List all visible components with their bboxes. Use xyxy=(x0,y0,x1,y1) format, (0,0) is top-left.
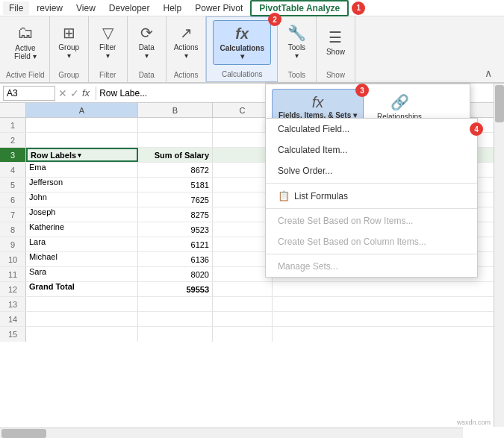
menu-item-list-formulas[interactable]: 📋 List Formulas xyxy=(266,185,477,207)
cell[interactable] xyxy=(213,193,273,207)
cell[interactable] xyxy=(213,327,273,342)
formula-fx-icon[interactable]: fx xyxy=(82,87,90,98)
cell-sara[interactable]: Sara xyxy=(26,267,138,281)
menu-developer[interactable]: Developer xyxy=(103,1,156,15)
calculated-item-label: Calculated Item... xyxy=(278,145,347,155)
cell[interactable] xyxy=(213,163,273,177)
cell[interactable] xyxy=(26,133,138,147)
show-label: Show xyxy=(326,48,345,56)
col-header-a: A xyxy=(26,103,138,117)
show-button[interactable]: ☰ Show xyxy=(323,19,348,64)
cell-joseph-salary[interactable]: 8275 xyxy=(138,207,213,222)
row-num: 4 xyxy=(0,163,26,177)
horizontal-scrollbar[interactable] xyxy=(0,428,463,438)
cell[interactable] xyxy=(26,327,138,342)
table-row: 15 xyxy=(0,327,504,342)
data-button[interactable]: ⟳ Data▾ xyxy=(136,19,158,64)
menu-help[interactable]: Help xyxy=(158,1,188,15)
cell[interactable] xyxy=(213,267,273,281)
cell-john[interactable]: John xyxy=(26,193,138,207)
formula-separator-x: ✕ xyxy=(58,87,67,99)
ribbon-collapse[interactable]: ∧ xyxy=(485,67,492,79)
cell[interactable] xyxy=(138,312,213,326)
cell[interactable] xyxy=(213,312,273,326)
menu-powerpivot[interactable]: Power Pivot xyxy=(189,1,249,15)
menu-item-solve-order[interactable]: Solve Order... xyxy=(266,160,477,181)
row-num: 2 xyxy=(0,133,26,147)
cell[interactable] xyxy=(213,178,273,192)
cell[interactable] xyxy=(213,252,273,266)
cell-jefferson[interactable]: Jefferson xyxy=(26,178,138,192)
solve-order-label: Solve Order... xyxy=(278,166,332,176)
cell-michael-salary[interactable]: 6136 xyxy=(138,252,213,266)
cell[interactable] xyxy=(26,312,138,326)
tools-button[interactable]: 🔧 Tools▾ xyxy=(284,19,309,64)
menu-separator-2 xyxy=(266,208,477,209)
calculations-button[interactable]: fx Calculations▾ xyxy=(213,20,270,65)
menu-item-calculated-item[interactable]: Calculated Item... xyxy=(266,140,477,160)
menu-file[interactable]: File xyxy=(3,1,29,15)
cell-john-salary[interactable]: 7625 xyxy=(138,193,213,207)
cell-ema[interactable]: Ema xyxy=(26,163,138,177)
cell[interactable] xyxy=(26,118,138,132)
watermark: wsxdn.com xyxy=(457,419,491,426)
cell[interactable] xyxy=(138,327,213,342)
name-box[interactable]: A3 xyxy=(3,86,55,101)
calculations-group-label: Calculations xyxy=(222,70,262,78)
actions-label: Actions▾ xyxy=(174,43,199,60)
cell[interactable] xyxy=(138,118,213,132)
data-group-label: Data xyxy=(139,71,155,79)
cell-row-labels[interactable]: Row Labels ▾ xyxy=(26,148,138,162)
actions-button[interactable]: ↗ Actions▾ xyxy=(171,19,202,64)
cell-sara-salary[interactable]: 8020 xyxy=(138,267,213,281)
menu-bar: File review View Developer Help Power Pi… xyxy=(0,0,504,16)
step-badge-3: 3 xyxy=(355,84,369,97)
data-icon: ⟳ xyxy=(140,24,153,42)
cell-michael[interactable]: Michael xyxy=(26,252,138,266)
active-field-button[interactable]: 🗂 ActiveField ▾ xyxy=(10,19,40,64)
row-num: 12 xyxy=(0,282,26,296)
table-row: 13 xyxy=(0,297,504,312)
cell-katherine[interactable]: Katherine xyxy=(26,222,138,237)
menu-view[interactable]: View xyxy=(70,1,102,15)
cell[interactable] xyxy=(26,297,138,311)
scrollbar-thumb-h[interactable] xyxy=(1,429,46,438)
cell-lara[interactable]: Lara xyxy=(26,237,138,251)
row-num: 15 xyxy=(0,327,26,342)
vertical-scrollbar[interactable] xyxy=(494,84,504,427)
filter-label: Filter▾ xyxy=(99,43,116,60)
cell[interactable] xyxy=(213,133,273,147)
ribbon-group-data: ⟳ Data▾ Data xyxy=(128,16,167,82)
group-icon: ⊞ xyxy=(63,24,75,42)
row-num-header xyxy=(0,103,26,117)
cell-jefferson-salary[interactable]: 5181 xyxy=(138,178,213,192)
cell-grand-total[interactable]: Grand Total xyxy=(26,282,138,296)
cell[interactable] xyxy=(213,282,273,296)
menu-item-create-set-column: Create Set Based on Column Items... xyxy=(266,231,477,252)
cell[interactable] xyxy=(213,237,273,251)
cell-lara-salary[interactable]: 6121 xyxy=(138,237,213,251)
row-num: 1 xyxy=(0,118,26,132)
cell[interactable] xyxy=(213,222,273,237)
group-label: Group▾ xyxy=(58,43,79,60)
cell-katherine-salary[interactable]: 9523 xyxy=(138,222,213,237)
cell[interactable] xyxy=(213,148,273,162)
cell-sum-salary[interactable]: Sum of Salary xyxy=(138,148,213,162)
menu-review[interactable]: review xyxy=(31,1,69,15)
cell-grand-total-salary[interactable]: 59553 xyxy=(138,282,213,296)
group-button[interactable]: ⊞ Group▾ xyxy=(55,19,82,64)
menu-pivottable-analyze[interactable]: PivotTable Analyze xyxy=(250,0,349,16)
cell-ema-salary[interactable]: 8672 xyxy=(138,163,213,177)
cell[interactable] xyxy=(213,207,273,222)
cell[interactable] xyxy=(138,297,213,311)
tools-group-label: Tools xyxy=(288,71,305,79)
create-set-column-label: Create Set Based on Column Items... xyxy=(278,237,426,247)
scrollbar-thumb[interactable] xyxy=(495,85,504,122)
cell-joseph[interactable]: Joseph xyxy=(26,207,138,222)
filter-button[interactable]: ▽ Filter▾ xyxy=(96,19,119,64)
cell[interactable] xyxy=(213,297,273,311)
ribbon-group-active-field: 🗂 ActiveField ▾ Active Field xyxy=(1,16,50,82)
cell[interactable] xyxy=(213,118,273,132)
cell[interactable] xyxy=(138,133,213,147)
menu-item-calculated-field[interactable]: Calculated Field... 4 xyxy=(266,119,477,140)
